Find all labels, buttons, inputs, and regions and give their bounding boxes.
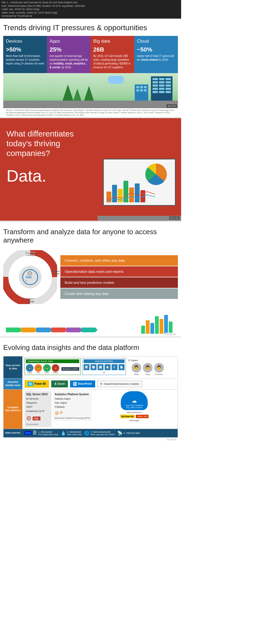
dept-label: Departmental Business Analytics bbox=[104, 383, 139, 385]
ssdt: SSDT bbox=[26, 405, 50, 409]
bigdata-stat: 26B bbox=[93, 46, 132, 53]
platform-content: SQL Server 2014 BI Services AlwaysOn SSD… bbox=[22, 390, 178, 429]
source3-detail: Web Log data and Twitter bbox=[91, 433, 115, 436]
viz-icon-4: 📋 bbox=[105, 364, 111, 370]
cloud-icon: ☁ bbox=[132, 397, 137, 404]
platform-label: Complete data platform bbox=[4, 390, 22, 429]
cloud-shape bbox=[108, 76, 124, 84]
trend-card-devices: Devices >50% More than half of informati… bbox=[3, 36, 47, 73]
brad-name: Brad bbox=[132, 373, 141, 376]
line-chart bbox=[106, 189, 160, 202]
user-brad: 👨 Brad bbox=[132, 363, 141, 376]
source3-num: 3. Semi-structured bbox=[91, 431, 115, 433]
row-powerful-tools: Powerful familiar tools B| Power BI X Ex… bbox=[4, 379, 178, 390]
aps-box: Analytics Platform System Hadoop region … bbox=[53, 391, 92, 421]
trend-card-bigdata: Big data 26B By 2020, IoT will include 2… bbox=[91, 36, 134, 73]
richard-name: Richard bbox=[154, 373, 164, 376]
excel-icon: X bbox=[54, 382, 57, 386]
user-hillary: 👩 Hillary bbox=[52, 364, 59, 374]
footer-bar bbox=[164, 315, 168, 334]
tools-label: Powerful familiar tools bbox=[4, 379, 22, 389]
svg-text:↻: ↻ bbox=[25, 280, 27, 282]
sql-server-title: SQL Server 2014 bbox=[26, 393, 50, 396]
office365-badge: Office 365 bbox=[136, 415, 148, 418]
platform-grid: Easy access to data SharePoint; Excel; H… bbox=[3, 356, 178, 438]
terry-face: 👨 bbox=[143, 363, 153, 373]
tree3 bbox=[84, 86, 94, 101]
devices-desc: More than half of information workers ac… bbox=[6, 54, 44, 66]
binary-label: 0010 bbox=[25, 431, 32, 435]
azure-section: ☁ Azure SQL DatabaseSQL VMs on Azure Mic… bbox=[93, 391, 175, 422]
slide-trends: Trends driving IT pressures & opportunit… bbox=[0, 19, 181, 117]
easy-access-label: Easy access to data bbox=[4, 356, 22, 378]
trend-card-apps: Apps 25% one quarter of external app imp… bbox=[47, 36, 91, 73]
cd-label-top: Transform+ analyze bbox=[25, 251, 35, 256]
kathy-name: Kathy bbox=[26, 372, 33, 374]
footer-bar bbox=[150, 323, 154, 334]
hillary-name: Hillary bbox=[52, 372, 59, 374]
bigdata-title: Big data bbox=[93, 39, 132, 44]
transform-item-2: Operationalize data marts and reports bbox=[60, 266, 178, 277]
polybase: Polybase bbox=[55, 405, 90, 409]
sources-label: Data sources bbox=[4, 429, 22, 437]
easy-access-content: SharePoint; Excel; Hive 👩 Kathy 👨 Iain bbox=[22, 356, 178, 378]
avatar-iain: 👨 bbox=[34, 364, 42, 372]
tools-content: B| Power BI X Excel S SharePoint ⚙ Depar… bbox=[22, 379, 178, 389]
user-avatars: 👩 Kathy 👨 Iain 👨 Hans bbox=[26, 364, 79, 374]
source1-num: 1. Structured bbox=[38, 431, 58, 433]
slide1-title: Trends driving IT pressures & opportunit… bbox=[3, 23, 178, 32]
tree2 bbox=[73, 88, 81, 101]
sql-region: SQL region bbox=[55, 401, 90, 405]
slide-evolving: Evolving data insights and the data plat… bbox=[0, 338, 181, 441]
on-premises-label: On-premises bbox=[26, 423, 50, 425]
source-4: 📡 4. Internet data bbox=[117, 431, 140, 436]
excel-badge: X Excel bbox=[51, 380, 68, 387]
tree1 bbox=[63, 84, 73, 101]
cd-label-right: Visualize+ decide bbox=[51, 270, 60, 275]
building2 bbox=[135, 84, 148, 101]
business-users-badge: Business Users bbox=[61, 367, 79, 371]
powerbi-small: B| Power BI bbox=[120, 415, 135, 418]
gear-orange-1: ⚙ bbox=[55, 410, 59, 416]
slide2-timestamp: 00:1:04 bbox=[169, 216, 180, 220]
footer-bar bbox=[169, 322, 172, 334]
dept-icon: ⚙ bbox=[100, 383, 102, 385]
viz-icon-2: 📈 bbox=[91, 364, 96, 370]
source-1: 0010 🗄 1. Structured POS Application dat… bbox=[25, 431, 58, 436]
platform-inner: SQL Server 2014 BI Services AlwaysOn SSD… bbox=[25, 391, 175, 427]
it-user-photos: 👨 Brad 👨 Terry 👨 Richard bbox=[129, 363, 167, 376]
footer-bar bbox=[141, 326, 145, 334]
sharepoint-label: SharePoint bbox=[78, 382, 92, 385]
footer-bar bbox=[160, 319, 163, 334]
powerbi-badge: B| Power BI bbox=[25, 380, 49, 388]
in-memory-oltp: In-Memory OLTP bbox=[26, 409, 50, 413]
powerbi-small-label: Power BI bbox=[124, 415, 133, 418]
dept-analytics-badge: ⚙ Departmental Business Analytics bbox=[97, 381, 142, 387]
avatar-hans: 👨 bbox=[43, 364, 51, 372]
devices-stat: >50% bbox=[6, 46, 44, 53]
richard-face: 👨 bbox=[154, 363, 164, 373]
file-info: File: 1 - Introduction and Overview to C… bbox=[0, 0, 181, 19]
sources-content: 0010 🗄 1. Structured POS Application dat… bbox=[22, 429, 178, 437]
footer-chart bbox=[141, 312, 172, 334]
apps-stat: 25% bbox=[50, 46, 88, 53]
it-users-label: IT Users bbox=[129, 359, 167, 362]
viz-icon-6: 📄 bbox=[119, 364, 125, 370]
terry-name: Terry bbox=[143, 373, 153, 376]
hdinsight-label: HDInsight bbox=[130, 419, 139, 422]
aps-items: Hadoop region SQL region Polybase bbox=[55, 397, 90, 409]
gear-orange-2: ⚙ bbox=[60, 410, 63, 416]
azure-products: B| Power BI Office 365 bbox=[120, 415, 149, 418]
microsoft-azure: Microsoft Azure bbox=[127, 411, 142, 414]
hans-name: Hans bbox=[43, 372, 51, 374]
avatar-kathy: 👩 bbox=[26, 364, 33, 372]
aps-gears: ⚙ ⚙ bbox=[55, 410, 90, 416]
trends-illustration: 00:0:05 bbox=[3, 73, 178, 108]
laptop-base bbox=[98, 216, 181, 221]
slide1-timestamp: 00:0:05 bbox=[167, 104, 177, 108]
cd-label-bottom: Collect +manage bbox=[26, 298, 35, 303]
viz-icon-5: 🗓 bbox=[112, 364, 118, 370]
apps-title: Apps bbox=[50, 39, 88, 44]
slide-transform: Transform and analyze data for anyone to… bbox=[0, 222, 181, 336]
source3-icon: 🌐 bbox=[84, 431, 89, 436]
